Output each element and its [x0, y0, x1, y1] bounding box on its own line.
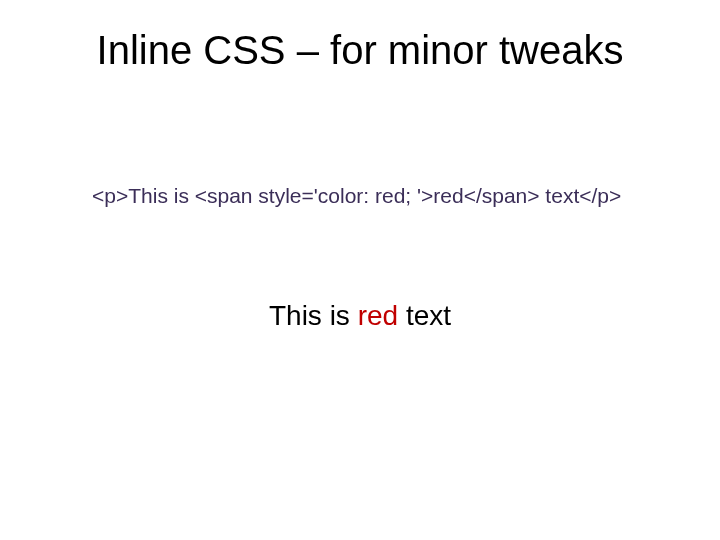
slide: Inline CSS – for minor tweaks <p>This is… — [0, 0, 720, 540]
code-example: <p>This is <span style='color: red; '>re… — [92, 184, 621, 208]
slide-title: Inline CSS – for minor tweaks — [0, 28, 720, 73]
output-text-before: This is — [269, 300, 358, 331]
output-text-red: red — [358, 300, 398, 331]
output-text-after: text — [398, 300, 451, 331]
rendered-output: This is red text — [0, 300, 720, 332]
